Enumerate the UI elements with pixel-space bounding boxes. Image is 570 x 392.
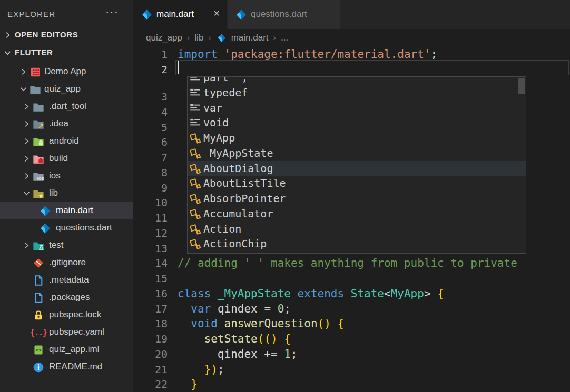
tree-item-readme.md[interactable]: README.md	[0, 358, 133, 376]
breadcrumb-item-quiz_app[interactable]: quiz_app	[146, 33, 182, 43]
close-tab-icon[interactable]: ×	[213, 7, 220, 19]
suggestion-label: AboutDialog	[203, 162, 273, 176]
suggestion-ActionDispatcher[interactable]: ActionDispatcher	[188, 252, 526, 254]
tree-item-android[interactable]: android	[0, 133, 133, 150]
tree-item-.gitignore[interactable]: .gitignore	[0, 254, 133, 272]
more-actions-icon[interactable]: ···	[105, 5, 119, 19]
tab-label: questions.dart	[251, 9, 307, 19]
code-line-16[interactable]: class _MyAppState extends State<MyApp> {	[178, 286, 444, 301]
suggestion-MyApp[interactable]: MyApp	[188, 130, 526, 146]
suggestion-Accumulator[interactable]: Accumulator	[188, 206, 526, 222]
tree-item-pubspec.lock[interactable]: pubspec.lock	[0, 306, 133, 324]
tree-item-ios[interactable]: iOSios	[0, 167, 133, 185]
breadcrumb-item-main-dart[interactable]: main.dart	[216, 32, 269, 44]
tree-item-label: pubspec.lock	[49, 309, 101, 320]
tree-item-questions.dart[interactable]: questions.dart	[0, 219, 133, 237]
code-token: 1	[284, 348, 291, 360]
code-line-1[interactable]: import 'package:flutter/material.dart';	[178, 47, 437, 62]
code-token: ;	[430, 48, 437, 61]
indent-guide	[191, 331, 191, 377]
popup-scrollbar-thumb[interactable]	[518, 78, 525, 94]
tree-item-label: .packages	[49, 292, 90, 303]
svg-text:<>: <>	[35, 347, 42, 353]
tree-item-build[interactable]: build	[0, 150, 133, 167]
code-line-17[interactable]: var qindex = 0;	[178, 301, 291, 317]
sidebar-header: EXPLORER ···	[0, 0, 133, 26]
tree-item-lib[interactable]: lib	[0, 185, 133, 202]
suggestion-ActionChip[interactable]: ActionChip	[188, 236, 526, 252]
line-number: 8	[133, 165, 168, 180]
breadcrumb-item-lib[interactable]: lib	[194, 33, 203, 43]
suggestion-label: typedef	[203, 86, 248, 100]
suggestion-AboutListTile[interactable]: AboutListTile	[188, 176, 526, 191]
breadcrumb-label: quiz_app	[146, 33, 182, 43]
code-editor[interactable]: 12345678910111213141516171819202122 impo…	[133, 46, 570, 392]
dart-icon	[235, 9, 247, 21]
tree-item-label: ios	[49, 170, 61, 181]
text-cursor	[178, 61, 179, 74]
code-line-20[interactable]: qindex += 1;	[178, 347, 298, 362]
tree-item-label: quiz_app.iml	[49, 344, 99, 355]
breadcrumb-item----[interactable]: ...	[281, 33, 288, 43]
folder-lib-icon	[33, 188, 44, 199]
suggestion-_MyAppState[interactable]: _MyAppState	[188, 146, 526, 161]
chevron-down-icon	[22, 189, 31, 200]
section-open-editors[interactable]: OPEN EDITORS	[0, 26, 133, 44]
suggestion-Action[interactable]: Action	[188, 222, 526, 237]
suggestion-AbsorbPointer[interactable]: AbsorbPointer	[188, 191, 526, 206]
code-token: extends	[298, 287, 345, 300]
tree-item-quiz_app[interactable]: quiz_app	[0, 81, 133, 98]
tree-item-pubspec.yaml[interactable]: {..}pubspec.yaml	[0, 324, 133, 341]
chevron-right-icon	[22, 102, 31, 113]
breadcrumb-separator: ›	[208, 33, 211, 43]
tree-item-.metadata[interactable]: .metadata	[0, 272, 133, 289]
code-line-18[interactable]: void answerQuestion() {	[178, 316, 344, 331]
code-token: +=	[258, 348, 284, 360]
code-token	[178, 303, 191, 315]
suggestion-var[interactable]: var	[188, 100, 526, 116]
tab-main.dart[interactable]: main.dart×	[133, 0, 227, 29]
tree-item-label: .gitignore	[49, 257, 86, 268]
tab-questions.dart[interactable]: questions.dart	[227, 0, 341, 29]
code-token: 0	[278, 303, 284, 315]
code-token: answerQuestion	[224, 317, 318, 330]
tree-item-main.dart[interactable]: main.dart	[0, 202, 133, 219]
breadcrumb-label: lib	[194, 33, 203, 43]
code-token: qindex	[218, 303, 258, 315]
suggestion-AboutDialog[interactable]: AboutDialog	[188, 161, 526, 176]
suggestion-part[interactable]: part ;	[188, 76, 526, 85]
tree-item-test[interactable]: test	[0, 237, 133, 254]
line-number: 9	[133, 180, 168, 196]
code-token	[218, 48, 224, 61]
code-token	[178, 378, 191, 390]
code-line-21[interactable]: });	[178, 362, 224, 377]
tree-item-label: lib	[49, 188, 58, 198]
snippet-icon	[190, 103, 201, 114]
code-line-19[interactable]: setState(() {	[178, 331, 291, 347]
code-token: (() {	[258, 333, 291, 345]
tree-item-.dart_tool[interactable]: .dart_tool	[0, 98, 133, 115]
code-line-22[interactable]: }	[178, 377, 198, 392]
tab-bar: main.dart×questions.dart	[133, 0, 570, 29]
file-tree: Demo Appquiz_app.dart_tool.ideaandroidbu…	[0, 63, 133, 376]
code-token: <	[384, 287, 391, 300]
section-flutter[interactable]: FLUTTER	[0, 44, 133, 61]
dart-icon	[217, 33, 227, 42]
tree-item-label: Demo App	[44, 66, 86, 77]
tree-item-quiz_app.iml[interactable]: <>quiz_app.iml	[0, 341, 133, 358]
code-token: qindex	[218, 348, 258, 360]
tree-item-.idea[interactable]: .idea	[0, 115, 133, 133]
autocomplete-popup: part ;typedefvarvoidMyApp_MyAppStateAbou…	[187, 76, 526, 254]
line-number: 11	[133, 210, 168, 226]
tree-item-.packages[interactable]: .packages	[0, 289, 133, 306]
suggestion-void[interactable]: void	[188, 115, 526, 130]
vscode-window: EXPLORER ··· OPEN EDITORSFLUTTER Demo Ap…	[0, 0, 570, 392]
line-number: 3	[133, 89, 168, 105]
explorer-title: EXPLORER	[7, 9, 55, 18]
tree-item-demo app[interactable]: Demo App	[0, 63, 133, 81]
tree-item-label: README.md	[49, 361, 102, 372]
suggestion-typedef[interactable]: typedef	[188, 85, 526, 100]
sidebar-sections: OPEN EDITORSFLUTTER	[0, 26, 133, 61]
code-line-14[interactable]: // adding '_' makes anything from public…	[178, 256, 517, 271]
git-icon	[33, 257, 44, 269]
